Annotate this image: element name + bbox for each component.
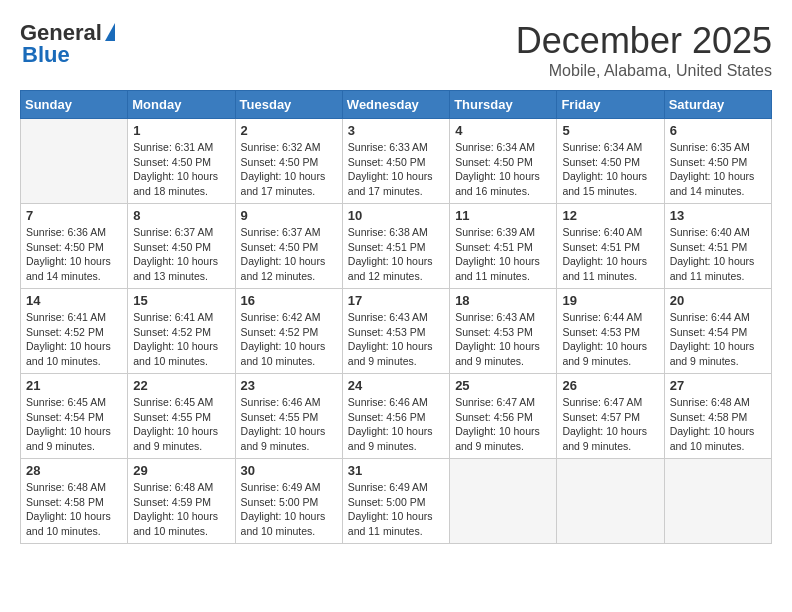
column-header-monday: Monday bbox=[128, 91, 235, 119]
day-info: Sunrise: 6:39 AMSunset: 4:51 PMDaylight:… bbox=[455, 225, 551, 284]
column-header-sunday: Sunday bbox=[21, 91, 128, 119]
day-number: 25 bbox=[455, 378, 551, 393]
day-info: Sunrise: 6:33 AMSunset: 4:50 PMDaylight:… bbox=[348, 140, 444, 199]
calendar-cell: 5Sunrise: 6:34 AMSunset: 4:50 PMDaylight… bbox=[557, 119, 664, 204]
day-info: Sunrise: 6:34 AMSunset: 4:50 PMDaylight:… bbox=[562, 140, 658, 199]
day-info: Sunrise: 6:48 AMSunset: 4:58 PMDaylight:… bbox=[670, 395, 766, 454]
day-number: 17 bbox=[348, 293, 444, 308]
calendar-cell bbox=[664, 459, 771, 544]
day-number: 28 bbox=[26, 463, 122, 478]
day-number: 24 bbox=[348, 378, 444, 393]
calendar-cell: 28Sunrise: 6:48 AMSunset: 4:58 PMDayligh… bbox=[21, 459, 128, 544]
day-number: 5 bbox=[562, 123, 658, 138]
day-info: Sunrise: 6:43 AMSunset: 4:53 PMDaylight:… bbox=[348, 310, 444, 369]
day-info: Sunrise: 6:37 AMSunset: 4:50 PMDaylight:… bbox=[133, 225, 229, 284]
day-info: Sunrise: 6:46 AMSunset: 4:55 PMDaylight:… bbox=[241, 395, 337, 454]
day-number: 23 bbox=[241, 378, 337, 393]
day-number: 15 bbox=[133, 293, 229, 308]
calendar-cell: 14Sunrise: 6:41 AMSunset: 4:52 PMDayligh… bbox=[21, 289, 128, 374]
column-header-tuesday: Tuesday bbox=[235, 91, 342, 119]
day-info: Sunrise: 6:45 AMSunset: 4:54 PMDaylight:… bbox=[26, 395, 122, 454]
calendar-cell: 19Sunrise: 6:44 AMSunset: 4:53 PMDayligh… bbox=[557, 289, 664, 374]
calendar-week-row: 7Sunrise: 6:36 AMSunset: 4:50 PMDaylight… bbox=[21, 204, 772, 289]
calendar-cell: 20Sunrise: 6:44 AMSunset: 4:54 PMDayligh… bbox=[664, 289, 771, 374]
page-header: General Blue December 2025 Mobile, Alaba… bbox=[20, 20, 772, 80]
calendar-cell: 9Sunrise: 6:37 AMSunset: 4:50 PMDaylight… bbox=[235, 204, 342, 289]
day-number: 10 bbox=[348, 208, 444, 223]
day-info: Sunrise: 6:43 AMSunset: 4:53 PMDaylight:… bbox=[455, 310, 551, 369]
day-info: Sunrise: 6:44 AMSunset: 4:54 PMDaylight:… bbox=[670, 310, 766, 369]
calendar-header-row: SundayMondayTuesdayWednesdayThursdayFrid… bbox=[21, 91, 772, 119]
calendar-cell: 25Sunrise: 6:47 AMSunset: 4:56 PMDayligh… bbox=[450, 374, 557, 459]
day-info: Sunrise: 6:41 AMSunset: 4:52 PMDaylight:… bbox=[133, 310, 229, 369]
day-number: 29 bbox=[133, 463, 229, 478]
calendar-cell: 10Sunrise: 6:38 AMSunset: 4:51 PMDayligh… bbox=[342, 204, 449, 289]
day-number: 14 bbox=[26, 293, 122, 308]
day-info: Sunrise: 6:40 AMSunset: 4:51 PMDaylight:… bbox=[562, 225, 658, 284]
calendar-cell: 18Sunrise: 6:43 AMSunset: 4:53 PMDayligh… bbox=[450, 289, 557, 374]
day-info: Sunrise: 6:42 AMSunset: 4:52 PMDaylight:… bbox=[241, 310, 337, 369]
calendar-cell: 26Sunrise: 6:47 AMSunset: 4:57 PMDayligh… bbox=[557, 374, 664, 459]
calendar-cell: 31Sunrise: 6:49 AMSunset: 5:00 PMDayligh… bbox=[342, 459, 449, 544]
calendar-cell: 1Sunrise: 6:31 AMSunset: 4:50 PMDaylight… bbox=[128, 119, 235, 204]
calendar-cell: 29Sunrise: 6:48 AMSunset: 4:59 PMDayligh… bbox=[128, 459, 235, 544]
day-number: 31 bbox=[348, 463, 444, 478]
day-info: Sunrise: 6:41 AMSunset: 4:52 PMDaylight:… bbox=[26, 310, 122, 369]
day-info: Sunrise: 6:31 AMSunset: 4:50 PMDaylight:… bbox=[133, 140, 229, 199]
day-number: 11 bbox=[455, 208, 551, 223]
day-info: Sunrise: 6:46 AMSunset: 4:56 PMDaylight:… bbox=[348, 395, 444, 454]
calendar-cell bbox=[557, 459, 664, 544]
calendar-cell: 15Sunrise: 6:41 AMSunset: 4:52 PMDayligh… bbox=[128, 289, 235, 374]
calendar-cell: 16Sunrise: 6:42 AMSunset: 4:52 PMDayligh… bbox=[235, 289, 342, 374]
day-number: 1 bbox=[133, 123, 229, 138]
calendar-cell: 30Sunrise: 6:49 AMSunset: 5:00 PMDayligh… bbox=[235, 459, 342, 544]
calendar-cell: 27Sunrise: 6:48 AMSunset: 4:58 PMDayligh… bbox=[664, 374, 771, 459]
day-info: Sunrise: 6:49 AMSunset: 5:00 PMDaylight:… bbox=[348, 480, 444, 539]
day-number: 6 bbox=[670, 123, 766, 138]
day-info: Sunrise: 6:35 AMSunset: 4:50 PMDaylight:… bbox=[670, 140, 766, 199]
calendar-cell: 3Sunrise: 6:33 AMSunset: 4:50 PMDaylight… bbox=[342, 119, 449, 204]
calendar-cell bbox=[450, 459, 557, 544]
day-number: 21 bbox=[26, 378, 122, 393]
day-number: 7 bbox=[26, 208, 122, 223]
calendar-cell: 6Sunrise: 6:35 AMSunset: 4:50 PMDaylight… bbox=[664, 119, 771, 204]
day-number: 9 bbox=[241, 208, 337, 223]
title-section: December 2025 Mobile, Alabama, United St… bbox=[516, 20, 772, 80]
calendar-table: SundayMondayTuesdayWednesdayThursdayFrid… bbox=[20, 90, 772, 544]
day-number: 18 bbox=[455, 293, 551, 308]
month-title: December 2025 bbox=[516, 20, 772, 62]
day-number: 30 bbox=[241, 463, 337, 478]
day-number: 2 bbox=[241, 123, 337, 138]
calendar-cell: 7Sunrise: 6:36 AMSunset: 4:50 PMDaylight… bbox=[21, 204, 128, 289]
day-info: Sunrise: 6:38 AMSunset: 4:51 PMDaylight:… bbox=[348, 225, 444, 284]
calendar-cell: 22Sunrise: 6:45 AMSunset: 4:55 PMDayligh… bbox=[128, 374, 235, 459]
day-number: 22 bbox=[133, 378, 229, 393]
calendar-cell: 24Sunrise: 6:46 AMSunset: 4:56 PMDayligh… bbox=[342, 374, 449, 459]
day-number: 4 bbox=[455, 123, 551, 138]
calendar-cell bbox=[21, 119, 128, 204]
day-info: Sunrise: 6:48 AMSunset: 4:58 PMDaylight:… bbox=[26, 480, 122, 539]
calendar-week-row: 1Sunrise: 6:31 AMSunset: 4:50 PMDaylight… bbox=[21, 119, 772, 204]
calendar-cell: 23Sunrise: 6:46 AMSunset: 4:55 PMDayligh… bbox=[235, 374, 342, 459]
day-info: Sunrise: 6:34 AMSunset: 4:50 PMDaylight:… bbox=[455, 140, 551, 199]
calendar-cell: 8Sunrise: 6:37 AMSunset: 4:50 PMDaylight… bbox=[128, 204, 235, 289]
logo-triangle-icon bbox=[105, 23, 115, 41]
calendar-week-row: 28Sunrise: 6:48 AMSunset: 4:58 PMDayligh… bbox=[21, 459, 772, 544]
day-number: 13 bbox=[670, 208, 766, 223]
column-header-friday: Friday bbox=[557, 91, 664, 119]
day-info: Sunrise: 6:47 AMSunset: 4:57 PMDaylight:… bbox=[562, 395, 658, 454]
logo-blue-text: Blue bbox=[22, 42, 70, 68]
calendar-cell: 13Sunrise: 6:40 AMSunset: 4:51 PMDayligh… bbox=[664, 204, 771, 289]
calendar-cell: 4Sunrise: 6:34 AMSunset: 4:50 PMDaylight… bbox=[450, 119, 557, 204]
day-info: Sunrise: 6:32 AMSunset: 4:50 PMDaylight:… bbox=[241, 140, 337, 199]
day-info: Sunrise: 6:45 AMSunset: 4:55 PMDaylight:… bbox=[133, 395, 229, 454]
column-header-wednesday: Wednesday bbox=[342, 91, 449, 119]
day-info: Sunrise: 6:44 AMSunset: 4:53 PMDaylight:… bbox=[562, 310, 658, 369]
day-info: Sunrise: 6:37 AMSunset: 4:50 PMDaylight:… bbox=[241, 225, 337, 284]
day-number: 26 bbox=[562, 378, 658, 393]
calendar-week-row: 21Sunrise: 6:45 AMSunset: 4:54 PMDayligh… bbox=[21, 374, 772, 459]
location-text: Mobile, Alabama, United States bbox=[516, 62, 772, 80]
column-header-saturday: Saturday bbox=[664, 91, 771, 119]
day-info: Sunrise: 6:40 AMSunset: 4:51 PMDaylight:… bbox=[670, 225, 766, 284]
day-info: Sunrise: 6:49 AMSunset: 5:00 PMDaylight:… bbox=[241, 480, 337, 539]
